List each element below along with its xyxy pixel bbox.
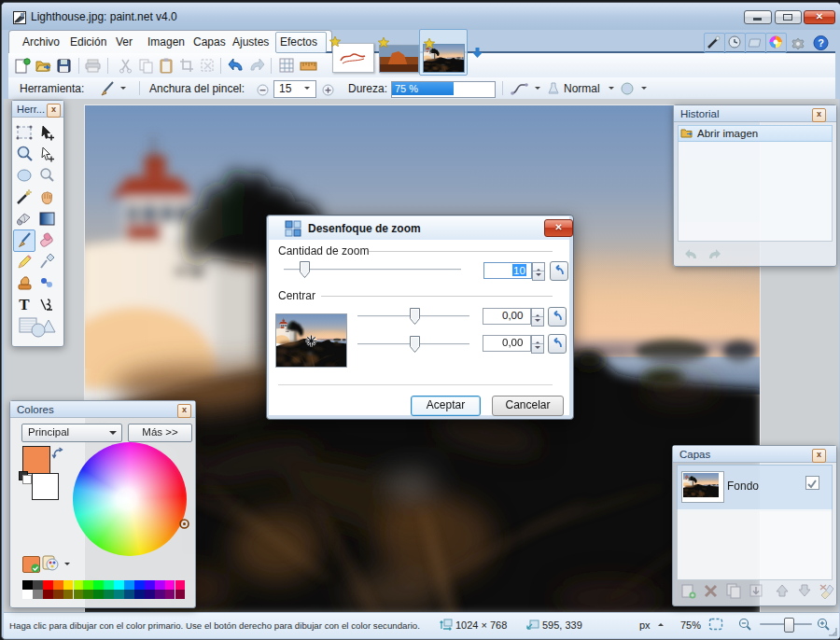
svg-text:?: ? bbox=[818, 37, 824, 49]
svg-text:T: T bbox=[19, 296, 30, 313]
